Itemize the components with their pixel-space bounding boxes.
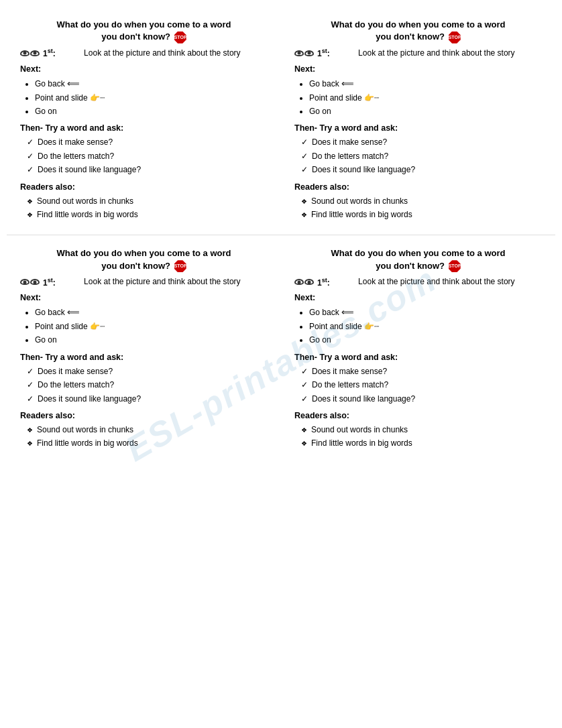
diamond-list: Sound out words in chunksFind little wor…: [301, 423, 542, 450]
bullet-item: Point and slide 👉┈: [35, 91, 268, 105]
readers-label: Readers also:: [294, 182, 542, 192]
card-3: What do you do when you come to a wordyo…: [7, 235, 281, 463]
arrow-back-icon: ⟸: [67, 76, 80, 91]
bullet-item: Point and slide 👉┈: [309, 320, 542, 333]
diamond-item: Find little words in big words: [301, 436, 542, 450]
bullet-list: Go back ⟸Point and slide 👉┈Go on: [309, 305, 542, 347]
first-step-row: 1st: Look at the picture and think about…: [20, 276, 268, 288]
slide-icon: 👉┈: [364, 320, 379, 333]
readers-label: Readers also:: [294, 411, 542, 420]
diamond-list: Sound out words in chunksFind little wor…: [301, 194, 542, 222]
bullet-list: Go back ⟸Point and slide 👉┈Go on: [35, 305, 268, 347]
bullet-item: Point and slide 👉┈: [309, 91, 542, 105]
bullet-item: Go on: [35, 333, 268, 347]
step-number: 1st:: [317, 277, 330, 288]
bullet-item: Point and slide 👉┈: [35, 320, 268, 333]
readers-label: Readers also:: [20, 411, 268, 420]
next-label: Next:: [20, 293, 268, 302]
check-item: Does it make sense?: [27, 135, 268, 149]
diamond-item: Sound out words in chunks: [27, 423, 268, 436]
diamond-item: Find little words in big words: [27, 436, 268, 450]
then-label: Then- Try a word and ask:: [294, 123, 542, 133]
slide-icon: 👉┈: [90, 320, 105, 333]
then-label: Then- Try a word and ask:: [20, 123, 268, 133]
check-list: Does it make sense?Do the letters match?…: [301, 135, 542, 176]
bullet-item: Go back ⟸: [35, 76, 268, 91]
check-item: Does it make sense?: [301, 135, 542, 149]
check-list: Does it make sense?Do the letters match?…: [27, 365, 268, 406]
bullet-item: Go back ⟸: [309, 305, 542, 320]
title-line2: you don't know? STOP: [20, 31, 268, 44]
slide-icon: 👉┈: [364, 91, 379, 105]
stop-sign-icon: STOP: [174, 32, 186, 44]
card-title: What do you do when you come to a wordyo…: [20, 247, 268, 272]
diamond-item: Find little words in big words: [301, 208, 542, 221]
card-4: What do you do when you come to a wordyo…: [281, 235, 555, 463]
check-list: Does it make sense?Do the letters match?…: [301, 365, 542, 406]
title-line1: What do you do when you come to a word: [294, 19, 542, 31]
diamond-item: Sound out words in chunks: [301, 194, 542, 208]
next-label: Next:: [294, 64, 542, 74]
bullet-item: Go back ⟸: [35, 305, 268, 320]
check-item: Does it sound like language?: [27, 392, 268, 406]
check-item: Do the letters match?: [27, 149, 268, 163]
then-label: Then- Try a word and ask:: [20, 353, 268, 362]
bullet-list: Go back ⟸Point and slide 👉┈Go on: [309, 76, 542, 119]
first-step-row: 1st: Look at the picture and think about…: [294, 48, 542, 59]
first-step-text: Look at the picture and think about the …: [331, 276, 542, 288]
next-label: Next:: [294, 293, 542, 302]
title-line2: you don't know? STOP: [294, 260, 542, 273]
title-line2: you don't know? STOP: [294, 31, 542, 44]
check-item: Does it make sense?: [301, 365, 542, 378]
title-line1: What do you do when you come to a word: [20, 19, 268, 31]
first-step-text: Look at the picture and think about the …: [331, 48, 542, 59]
stop-sign-icon: STOP: [449, 32, 461, 44]
card-title: What do you do when you come to a wordyo…: [20, 19, 268, 44]
page: ESL-printables.com What do you do when y…: [0, 0, 562, 728]
title-line1: What do you do when you come to a word: [294, 247, 542, 259]
step-number: 1st:: [317, 48, 330, 58]
eyes-icon: [20, 50, 40, 56]
stop-sign-icon: STOP: [174, 260, 186, 272]
card-title: What do you do when you come to a wordyo…: [294, 19, 542, 44]
check-item: Do the letters match?: [301, 378, 542, 391]
then-label: Then- Try a word and ask:: [294, 353, 542, 362]
diamond-list: Sound out words in chunksFind little wor…: [27, 423, 268, 450]
eyes-icon: [20, 279, 40, 285]
readers-label: Readers also:: [20, 182, 268, 192]
bullet-list: Go back ⟸Point and slide 👉┈Go on: [35, 76, 268, 119]
diamond-item: Find little words in big words: [27, 208, 268, 221]
diamond-item: Sound out words in chunks: [301, 423, 542, 436]
diamond-list: Sound out words in chunksFind little wor…: [27, 194, 268, 222]
check-item: Does it sound like language?: [301, 392, 542, 406]
first-step-text: Look at the picture and think about the …: [57, 48, 268, 59]
check-item: Do the letters match?: [301, 149, 542, 163]
bullet-item: Go on: [309, 333, 542, 347]
arrow-back-icon: ⟸: [341, 305, 354, 320]
diamond-item: Sound out words in chunks: [27, 194, 268, 208]
check-item: Do the letters match?: [27, 378, 268, 391]
slide-icon: 👉┈: [90, 91, 105, 105]
card-1: What do you do when you come to a wordyo…: [7, 7, 281, 235]
eyes-icon: [294, 50, 315, 56]
first-step-row: 1st: Look at the picture and think about…: [20, 48, 268, 59]
bullet-item: Go on: [309, 105, 542, 118]
bullet-item: Go on: [35, 105, 268, 118]
eyes-icon: [294, 279, 315, 285]
card-2: What do you do when you come to a wordyo…: [281, 7, 555, 235]
check-item: Does it sound like language?: [301, 163, 542, 176]
arrow-back-icon: ⟸: [67, 305, 80, 320]
first-step-text: Look at the picture and think about the …: [57, 276, 268, 288]
check-item: Does it sound like language?: [27, 163, 268, 176]
card-title: What do you do when you come to a wordyo…: [294, 247, 542, 272]
first-step-row: 1st: Look at the picture and think about…: [294, 276, 542, 288]
check-item: Does it make sense?: [27, 365, 268, 378]
bullet-item: Go back ⟸: [309, 76, 542, 91]
check-list: Does it make sense?Do the letters match?…: [27, 135, 268, 176]
card-grid: What do you do when you come to a wordyo…: [7, 7, 555, 464]
next-label: Next:: [20, 64, 268, 74]
title-line1: What do you do when you come to a word: [20, 247, 268, 259]
step-number: 1st:: [43, 277, 56, 288]
stop-sign-icon: STOP: [449, 260, 461, 272]
arrow-back-icon: ⟸: [341, 76, 354, 91]
